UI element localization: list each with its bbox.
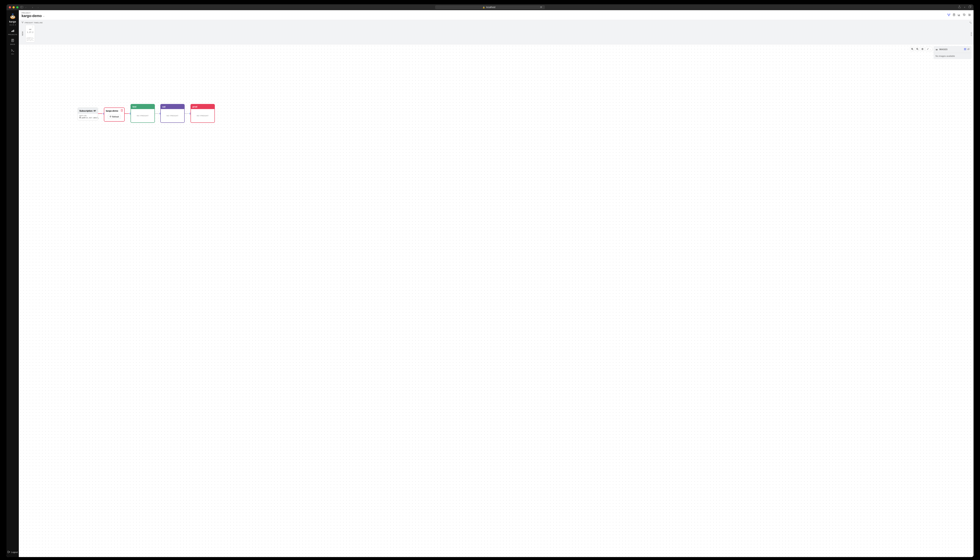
freight-tag: 1.27.2 bbox=[27, 31, 33, 33]
stage-body-empty: NO FREIGHT bbox=[131, 109, 154, 122]
refresh-icon bbox=[110, 116, 111, 118]
subscription-node[interactable]: Subscription REPO URL public.ecr.aws/… bbox=[78, 107, 98, 120]
svg-point-8 bbox=[13, 16, 14, 17]
repo-url-label: REPO URL bbox=[79, 115, 96, 116]
svg-point-7 bbox=[12, 16, 12, 17]
external-link-icon bbox=[79, 117, 81, 119]
stage-header: test bbox=[131, 104, 154, 109]
browser-window: ⌄ ‹ › 🔒 localhost ⟳ ＋ bbox=[7, 4, 285, 162]
window-close-button[interactable] bbox=[9, 6, 11, 8]
terminal-icon bbox=[11, 49, 14, 52]
svg-point-33 bbox=[22, 23, 23, 23]
svg-rect-11 bbox=[12, 30, 13, 32]
stage-header: uat bbox=[161, 104, 184, 109]
svg-rect-0 bbox=[20, 6, 23, 8]
freight-card[interactable]: ⋮ 1.27.2 yodelin… jellyfi… bbox=[25, 25, 35, 42]
app-root: kargo v1.0.3 PROJECTS DOCS CLI bbox=[7, 10, 285, 162]
traffic-lights bbox=[9, 6, 18, 8]
nav-back-button[interactable]: ‹ bbox=[32, 6, 33, 9]
more-icon[interactable]: ⋮ bbox=[32, 25, 34, 28]
browser-titlebar: ⌄ ‹ › 🔒 localhost ⟳ ＋ bbox=[7, 4, 285, 10]
sidebar-item-label: CLI bbox=[12, 53, 14, 55]
new-label: NEW bbox=[22, 31, 23, 36]
sidebar-item-docs[interactable]: DOCS bbox=[10, 39, 15, 45]
svg-rect-6 bbox=[12, 14, 13, 15]
repo-url-link[interactable]: public.ecr.aws/… bbox=[79, 117, 96, 119]
sidebar-item-cli[interactable]: CLI bbox=[11, 49, 14, 55]
sidebar-item-label: DOCS bbox=[10, 43, 15, 45]
window-maximize-button[interactable] bbox=[16, 6, 18, 8]
docker-icon bbox=[93, 109, 96, 112]
breadcrumb-label: PROJECT bbox=[22, 12, 45, 14]
nav-sidebar: kargo v1.0.3 PROJECTS DOCS CLI bbox=[7, 10, 19, 162]
stage-body-empty: NO FREIGHT bbox=[191, 109, 214, 122]
subscription-title: Subscription bbox=[79, 110, 92, 112]
warehouse-node[interactable]: kargo-demo Refresh bbox=[104, 107, 125, 122]
container-icon bbox=[29, 28, 32, 30]
stage-node-prod[interactable]: prod NO FREIGHT bbox=[191, 104, 215, 123]
svg-rect-12 bbox=[13, 30, 14, 32]
freight-alias: yodelin… jellyfi… bbox=[27, 37, 34, 41]
timeline-title: FREIGHT TIMELINE bbox=[22, 22, 285, 24]
stage-header: prod bbox=[191, 104, 214, 109]
main-area: PROJECT kargo-demo ⌄ bbox=[19, 10, 285, 162]
freight-timeline: FREIGHT TIMELINE NEW ⋮ 1.27.2 yodelin… bbox=[19, 20, 285, 45]
sidebar-toggle-icon[interactable] bbox=[20, 6, 23, 9]
project-name: kargo-demo bbox=[22, 14, 42, 18]
bookmark-icon bbox=[121, 109, 123, 112]
docs-icon bbox=[12, 39, 14, 43]
chevron-down-icon[interactable]: ⌄ bbox=[25, 6, 27, 8]
stage-node-test[interactable]: test NO FREIGHT bbox=[130, 104, 155, 123]
sidebar-item-projects[interactable]: PROJECTS bbox=[8, 29, 17, 35]
window-minimize-button[interactable] bbox=[13, 6, 15, 8]
page-header: PROJECT kargo-demo ⌄ bbox=[19, 10, 285, 20]
pipeline-canvas[interactable]: ⌄ IMAGES bbox=[19, 45, 285, 162]
kargo-logo bbox=[9, 12, 17, 20]
nav-forward-button[interactable]: › bbox=[38, 6, 38, 9]
chevron-down-icon: ⌄ bbox=[43, 15, 45, 17]
sidebar-item-label: PROJECTS bbox=[8, 34, 17, 35]
version-text: v1.0.3 bbox=[9, 24, 16, 26]
project-selector[interactable]: kargo-demo ⌄ bbox=[22, 14, 45, 18]
projects-icon bbox=[11, 29, 14, 33]
timeline-icon bbox=[22, 22, 23, 24]
svg-point-9 bbox=[12, 17, 13, 18]
brand-text: kargo bbox=[9, 20, 16, 23]
refresh-button[interactable]: Refresh bbox=[108, 115, 121, 119]
stage-body-empty: NO FREIGHT bbox=[161, 109, 184, 122]
svg-rect-10 bbox=[12, 31, 12, 32]
warehouse-title: kargo-demo bbox=[106, 110, 118, 112]
stage-node-uat[interactable]: uat NO FREIGHT bbox=[161, 104, 185, 123]
